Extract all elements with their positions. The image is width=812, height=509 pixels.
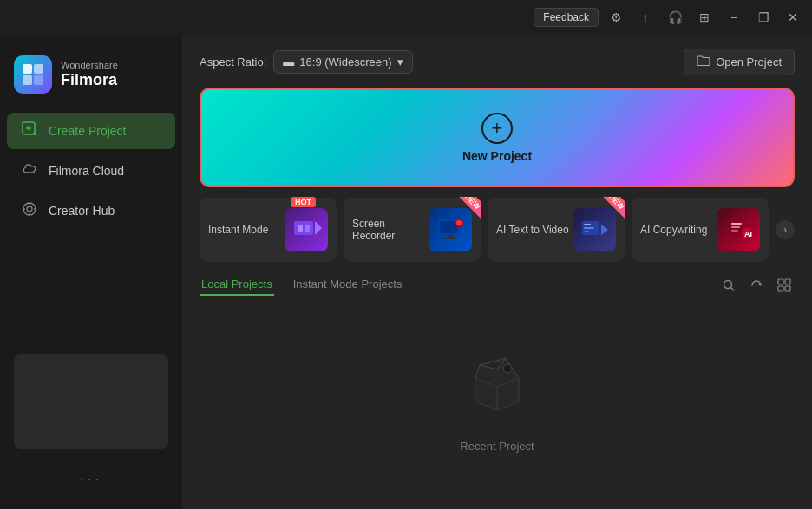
open-project-label: Open Project [716,55,782,69]
svg-rect-15 [298,225,303,232]
top-bar: Aspect Ratio: ▬ 16:9 (Widescreen) ▾ Open… [200,49,795,75]
creator-hub-icon [21,201,38,220]
sidebar-item-label-hub: Creator Hub [49,204,115,218]
upload-icon[interactable]: ↑ [633,5,658,29]
feature-card-ai-copywriting[interactable]: AI Copywriting AI [632,198,769,262]
svg-rect-13 [294,221,313,235]
svg-rect-2 [23,75,32,85]
logo-icon [14,55,52,94]
svg-point-8 [27,206,32,212]
projects-tabs: Local Projects Instant Mode Projects [200,274,403,296]
chevron-down-icon: ▾ [397,55,403,69]
cards-scroll-right-button[interactable]: › [776,220,795,239]
search-icon[interactable] [718,275,739,296]
cloud-icon [21,161,38,180]
feature-card-ai-text-to-video[interactable]: NEW AI Text to Video [488,198,625,262]
maximize-button[interactable]: ❐ [751,5,776,29]
feature-card-instant-mode[interactable]: HOT Instant Mode [200,198,337,262]
main-layout: Wondershare Filmora Create Project [0,35,812,509]
new-project-label: New Project [462,149,532,163]
aspect-ratio-label: Aspect Ratio: [200,55,266,69]
create-project-icon [21,121,38,140]
empty-label: Recent Project [460,440,534,453]
svg-rect-22 [443,238,457,239]
sidebar: Wondershare Filmora Create Project [0,35,182,509]
headset-icon[interactable]: 🎧 [663,5,687,29]
sidebar-dots: ··· [0,463,182,495]
view-toggle-icon[interactable] [774,275,795,296]
svg-rect-31 [731,230,738,232]
svg-rect-3 [34,75,43,85]
sidebar-item-label-cloud: Filmora Cloud [49,164,124,178]
grid-icon[interactable]: ⊞ [692,5,717,29]
svg-rect-30 [731,226,740,228]
screen-recorder-label: Screen Recorder [352,218,429,242]
empty-state: Recent Project [200,304,795,495]
logo-name: Filmora [61,71,118,90]
svg-point-7 [23,203,36,215]
empty-box-icon [462,348,532,431]
open-project-folder-icon [697,55,710,69]
ai-copy-icon: AI [717,208,760,251]
svg-rect-39 [778,286,783,291]
logo-area: Wondershare Filmora [0,49,182,111]
open-project-button[interactable]: Open Project [684,49,795,75]
feedback-button[interactable]: Feedback [534,8,599,27]
projects-header: Local Projects Instant Mode Projects [200,274,795,296]
svg-rect-1 [34,64,43,74]
svg-rect-37 [778,279,783,284]
new-project-banner[interactable]: + New Project [200,88,795,187]
sidebar-thumbnail [14,354,168,449]
svg-rect-0 [23,64,32,74]
content-area: Aspect Ratio: ▬ 16:9 (Widescreen) ▾ Open… [182,35,812,509]
svg-rect-16 [304,225,310,232]
title-bar: Feedback ⚙ ↑ 🎧 ⊞ − ❐ ✕ [0,0,812,35]
ai-text-to-video-label: AI Text to Video [496,224,569,236]
sidebar-item-creator-hub[interactable]: Creator Hub [7,193,175,229]
tab-instant-mode-projects[interactable]: Instant Mode Projects [291,274,404,296]
svg-rect-40 [785,286,790,291]
svg-marker-14 [315,221,322,235]
logo-text: Wondershare Filmora [61,60,118,90]
svg-rect-38 [785,279,790,284]
ai-copywriting-label: AI Copywriting [640,224,707,236]
aspect-ratio-value: 16:9 (Widescreen) [299,55,391,69]
svg-rect-29 [731,223,742,225]
minimize-button[interactable]: − [722,5,746,29]
svg-rect-21 [447,235,454,238]
projects-actions [718,275,795,296]
logo-brand: Wondershare [61,60,118,71]
instant-mode-icon [285,208,328,251]
sidebar-item-create-project[interactable]: Create Project [7,113,175,149]
aspect-ratio-icon: ▬ [283,55,294,69]
aspect-ratio-selector: Aspect Ratio: ▬ 16:9 (Widescreen) ▾ [200,50,413,74]
feature-card-screen-recorder[interactable]: NEW Screen Recorder [344,198,481,262]
sidebar-item-label-create: Create Project [49,124,126,138]
new-project-plus-icon: + [481,113,513,144]
close-button[interactable]: ✕ [781,5,805,29]
badge-hot: HOT [291,197,316,207]
tab-separator [278,274,288,296]
refresh-icon[interactable] [746,275,767,296]
svg-line-35 [731,287,735,290]
svg-point-41 [503,364,512,373]
feature-cards-row: HOT Instant Mode NEW [200,198,795,262]
tab-local-projects[interactable]: Local Projects [200,274,274,296]
instant-mode-label: Instant Mode [208,224,268,236]
aspect-ratio-dropdown[interactable]: ▬ 16:9 (Widescreen) ▾ [273,50,412,74]
svg-text:AI: AI [744,230,752,238]
sidebar-item-filmora-cloud[interactable]: Filmora Cloud [7,153,175,189]
settings-icon[interactable]: ⚙ [604,5,628,29]
